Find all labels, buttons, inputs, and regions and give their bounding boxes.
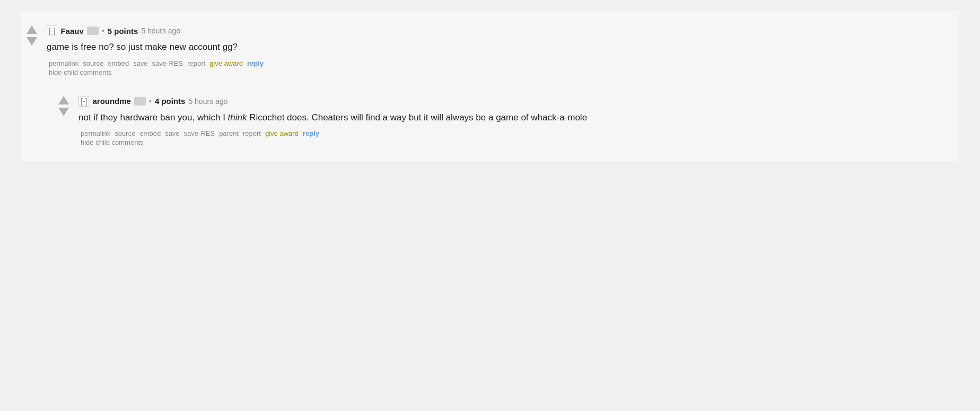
vote-arrows (27, 25, 37, 46)
collapse-button[interactable]: [-] (47, 25, 57, 36)
comment-actions-row: permalink source embed save save-RES rep… (47, 59, 948, 76)
source-link-2[interactable]: source (112, 129, 137, 137)
hide-child-link-2[interactable]: hide child comments (78, 138, 146, 146)
save-link-2[interactable]: save (163, 129, 181, 137)
comment-item: [-] Faauv • 5 points 5 hours ago game is… (21, 16, 959, 86)
downvote-button[interactable] (27, 37, 37, 46)
vote-arrows-2 (58, 96, 69, 116)
comment-section: [-] Faauv • 5 points 5 hours ago game is… (21, 11, 959, 161)
permalink-link-2[interactable]: permalink (78, 129, 112, 137)
actions-line-2: permalink source embed save save-RES par… (78, 129, 948, 137)
hide-child-line: hide child comments (47, 67, 948, 76)
embed-link-2[interactable]: embed (137, 129, 163, 137)
report-link[interactable]: report (185, 59, 207, 67)
bullet-2: • (149, 97, 152, 106)
comment-body-2: [-] aroundme • 4 points 5 hours ago not … (78, 96, 948, 147)
give-award-link[interactable]: give award (207, 59, 245, 67)
timestamp: 5 hours ago (141, 27, 180, 35)
upvote-button[interactable] (27, 25, 37, 34)
bullet: • (102, 27, 104, 35)
save-link[interactable]: save (131, 59, 150, 67)
comment-actions-row-2: permalink source embed save save-RES par… (78, 129, 948, 146)
actions-line: permalink source embed save save-RES rep… (47, 59, 948, 67)
comment-header: [-] Faauv • 5 points 5 hours ago (47, 25, 948, 36)
username-2[interactable]: aroundme (92, 97, 131, 106)
report-link-2[interactable]: report (241, 129, 263, 137)
reply-link[interactable]: reply (245, 59, 266, 67)
flair-icon-2 (134, 97, 146, 106)
points: 5 points (108, 27, 138, 36)
embed-link[interactable]: embed (106, 59, 131, 67)
save-res-link[interactable]: save-RES (150, 59, 186, 67)
parent-link[interactable]: parent (217, 129, 241, 137)
source-link[interactable]: source (81, 59, 106, 67)
upvote-button-2[interactable] (58, 96, 69, 104)
hide-child-link[interactable]: hide child comments (47, 68, 114, 76)
hide-child-line-2: hide child comments (78, 137, 948, 146)
comment-item-nested: [-] aroundme • 4 points 5 hours ago not … (53, 86, 959, 156)
downvote-button-2[interactable] (58, 108, 69, 116)
points-2: 4 points (155, 97, 186, 106)
flair-icon (87, 27, 99, 35)
comment-text: game is free no? so just make new accoun… (47, 40, 948, 54)
comment-body: [-] Faauv • 5 points 5 hours ago game is… (47, 25, 948, 76)
collapse-button-2[interactable]: [-] (78, 96, 89, 107)
permalink-link[interactable]: permalink (47, 59, 81, 67)
page-wrapper: [-] Faauv • 5 points 5 hours ago game is… (0, 0, 980, 411)
comment-header-2: [-] aroundme • 4 points 5 hours ago (78, 96, 948, 107)
save-res-link-2[interactable]: save-RES (182, 129, 217, 137)
comment-text-2: not if they hardware ban you, which I th… (78, 111, 948, 125)
timestamp-2: 5 hours ago (188, 97, 228, 106)
username[interactable]: Faauv (60, 27, 83, 36)
reply-link-2[interactable]: reply (301, 129, 321, 137)
give-award-link-2[interactable]: give award (263, 129, 301, 137)
